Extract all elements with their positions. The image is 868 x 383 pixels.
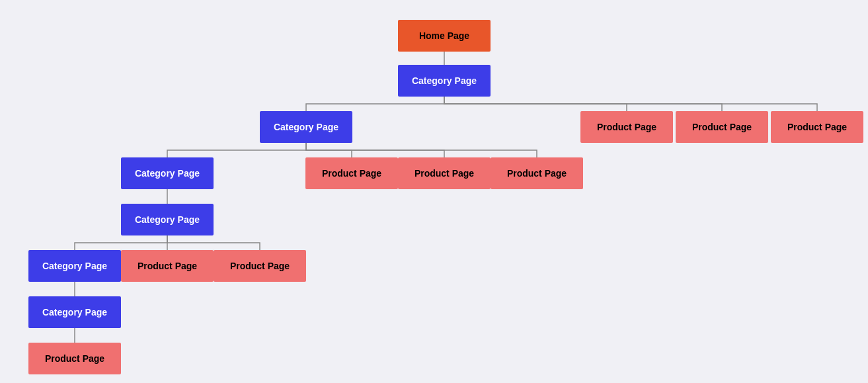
connectors-svg [0,0,868,383]
tree-container: Home PageCategory PageCategory PageProdu… [0,0,868,383]
node-cat1[interactable]: Category Page [398,65,491,97]
node-prod3[interactable]: Product Page [771,111,863,143]
node-prod2[interactable]: Product Page [676,111,768,143]
node-cat5[interactable]: Category Page [28,250,121,282]
node-cat6[interactable]: Category Page [28,296,121,328]
node-prod4[interactable]: Product Page [305,157,398,189]
node-cat3[interactable]: Category Page [121,157,214,189]
node-prod5[interactable]: Product Page [398,157,491,189]
node-prod7[interactable]: Product Page [121,250,214,282]
node-prod9[interactable]: Product Page [28,343,121,374]
node-prod1[interactable]: Product Page [580,111,673,143]
node-cat4[interactable]: Category Page [121,204,214,235]
node-cat2[interactable]: Category Page [260,111,352,143]
node-prod8[interactable]: Product Page [214,250,306,282]
node-home[interactable]: Home Page [398,20,491,52]
node-prod6[interactable]: Product Page [491,157,583,189]
